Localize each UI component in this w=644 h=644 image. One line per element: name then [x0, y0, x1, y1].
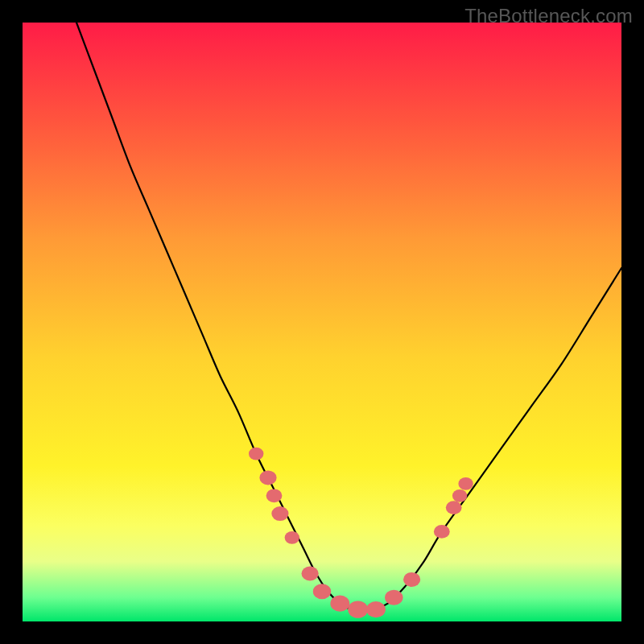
chart-svg [23, 23, 621, 621]
marker-dot [313, 584, 331, 599]
marker-dot [458, 477, 473, 490]
bottleneck-curve [76, 23, 621, 610]
marker-dots [249, 448, 473, 618]
marker-dot [302, 567, 319, 581]
marker-dot [259, 470, 276, 485]
watermark-text: TheBottleneck.com [464, 5, 633, 27]
marker-dot [385, 590, 402, 605]
marker-dot [285, 531, 299, 544]
marker-dot [366, 601, 386, 617]
marker-dot [434, 525, 450, 539]
marker-dot [266, 489, 283, 502]
marker-dot [452, 489, 467, 502]
marker-dot [348, 601, 368, 617]
marker-dot [446, 501, 462, 514]
plot-area [23, 23, 621, 621]
marker-dot [271, 506, 288, 521]
marker-dot [403, 572, 420, 587]
marker-dot [330, 596, 349, 612]
marker-dot [249, 448, 263, 460]
